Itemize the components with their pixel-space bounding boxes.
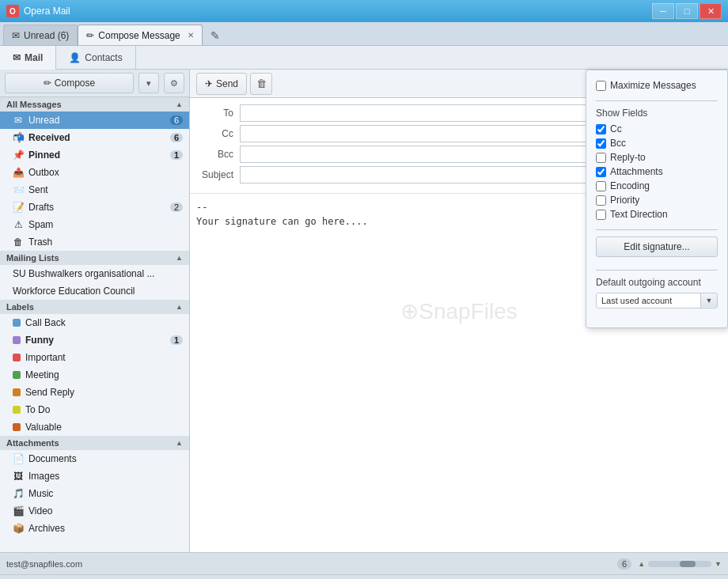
sidebar-item-images[interactable]: 🖼 Images	[0, 467, 189, 485]
trash-icon: 🗑	[256, 78, 267, 89]
video-icon: 🎬	[13, 505, 24, 517]
valuable-dot	[13, 423, 21, 431]
pinned-icon: 📌	[13, 149, 24, 161]
maximize-messages-row: Maximize Messages	[596, 80, 718, 91]
received-label: Received	[28, 132, 70, 143]
sidebar-item-unread[interactable]: ✉ Unread 6	[0, 112, 189, 129]
spam-label: Spam	[28, 219, 53, 230]
send-button[interactable]: ✈ Send	[196, 73, 247, 95]
sidebar-item-received[interactable]: 📬 Received 6	[0, 129, 189, 146]
compose-tab-icon: ✏	[86, 30, 94, 41]
funny-dot	[13, 336, 21, 344]
account-dropdown-arrow[interactable]: ▼	[701, 294, 717, 307]
delete-button[interactable]: 🗑	[250, 73, 272, 95]
unread-label: Unread	[28, 115, 59, 126]
sidebar-item-meeting[interactable]: Meeting	[0, 366, 189, 384]
workforce-label: Workforce Education Council	[13, 286, 135, 297]
popup-panel: Maximize Messages Show Fields Cc Bcc Rep…	[586, 70, 728, 328]
account-dropdown-value: Last used account	[597, 293, 701, 308]
sidebar-item-music[interactable]: 🎵 Music	[0, 485, 189, 502]
section-attachments[interactable]: Attachments ▲	[0, 436, 189, 450]
scroll-track[interactable]	[648, 561, 711, 567]
funny-label: Funny	[25, 335, 54, 346]
tab-close-button[interactable]: ✕	[188, 31, 194, 40]
sidebar-item-trash[interactable]: 🗑 Trash	[0, 233, 189, 251]
section-mailing-lists[interactable]: Mailing Lists ▲	[0, 251, 189, 265]
compose-wrapper: ✈ Send 🗑 Aa Aa ⚙	[190, 70, 728, 552]
sidebar-item-funny[interactable]: Funny 1	[0, 331, 189, 349]
field-replyto-label: Reply-to	[610, 152, 646, 163]
field-priority-label: Priority	[610, 195, 639, 206]
new-tab-button[interactable]: ✎	[206, 26, 225, 45]
edit-signature-label: Edit signature...	[624, 241, 689, 252]
maximize-messages-checkbox[interactable]	[596, 81, 606, 91]
account-dropdown[interactable]: Last used account ▼	[596, 293, 718, 308]
meeting-dot	[13, 371, 21, 379]
field-attachments-checkbox[interactable]	[596, 167, 606, 177]
sidebar-settings-button[interactable]: ⚙	[164, 73, 184, 93]
nav-tab-contacts[interactable]: 👤 Contacts	[56, 46, 135, 70]
unread-tab-label: Unread (6)	[24, 30, 69, 41]
sidebar-item-valuable[interactable]: Valuable	[0, 418, 189, 436]
field-encoding-label: Encoding	[610, 180, 650, 191]
sidebar-item-sendreply[interactable]: Send Reply	[0, 384, 189, 401]
field-textdir-checkbox[interactable]	[596, 210, 606, 220]
sidebar-item-important[interactable]: Important	[0, 349, 189, 366]
sidebar-item-video[interactable]: 🎬 Video	[0, 502, 189, 520]
sidebar-item-workforce[interactable]: Workforce Education Council	[0, 282, 189, 300]
important-label: Important	[25, 352, 66, 363]
status-count: 6	[617, 558, 631, 570]
edit-signature-button[interactable]: Edit signature...	[596, 237, 718, 257]
tab-compose[interactable]: ✏ Compose Message ✕	[78, 25, 202, 45]
field-replyto-checkbox[interactable]	[596, 153, 606, 163]
sidebar-item-documents[interactable]: 📄 Documents	[0, 450, 189, 467]
field-attachments-row: Attachments	[596, 166, 718, 177]
archives-icon: 📦	[13, 523, 24, 534]
labels-arrow: ▲	[176, 303, 183, 311]
popup-divider-3	[596, 270, 718, 271]
field-bcc-label: Bcc	[610, 138, 626, 149]
field-encoding-checkbox[interactable]	[596, 181, 606, 191]
section-all-messages-label: All Messages	[6, 100, 62, 109]
sidebar-item-bushwalkers[interactable]: SU Bushwalkers organisational ...	[0, 265, 189, 282]
section-all-messages[interactable]: All Messages ▲	[0, 97, 189, 112]
sidebar-item-spam[interactable]: ⚠ Spam	[0, 216, 189, 233]
field-priority-checkbox[interactable]	[596, 195, 606, 206]
sidebar-item-callback[interactable]: Call Back	[0, 314, 189, 331]
documents-icon: 📄	[13, 453, 24, 464]
show-fields-title: Show Fields	[596, 108, 718, 119]
sidebar-item-outbox[interactable]: 📤 Outbox	[0, 164, 189, 181]
field-cc-checkbox[interactable]	[596, 124, 606, 134]
unread-count: 6	[170, 115, 183, 125]
todo-dot	[13, 406, 21, 414]
funny-count: 1	[170, 335, 183, 345]
sidebar-item-todo[interactable]: To Do	[0, 401, 189, 418]
field-bcc-row: Bcc	[596, 138, 718, 149]
sidebar-toolbar: ✏ Compose ▾ ⚙	[0, 70, 189, 97]
sidebar-item-archives[interactable]: 📦 Archives	[0, 520, 189, 537]
nav-tab-mail[interactable]: ✉ Mail	[0, 46, 56, 70]
default-account-label: Default outgoing account	[596, 277, 718, 288]
sent-label: Sent	[28, 184, 48, 195]
scroll-up-button[interactable]: ▲	[638, 560, 645, 568]
status-scroll: ▲ ▼	[638, 560, 722, 568]
settings-bar: ⚙ Settings	[0, 574, 728, 579]
unread-tab-icon: ✉	[12, 30, 20, 41]
sidebar-item-drafts[interactable]: 📝 Drafts 2	[0, 199, 189, 216]
field-textdir-row: Text Direction	[596, 209, 718, 220]
sidebar-nav-button[interactable]: ▾	[138, 73, 159, 93]
tab-unread[interactable]: ✉ Unread (6)	[3, 25, 78, 45]
compose-tab-label: Compose Message	[98, 30, 180, 41]
status-bar: test@snapfiles.com 6 ▲ ▼	[0, 552, 728, 574]
minimize-button[interactable]: ─	[652, 3, 674, 19]
close-button[interactable]: ✕	[700, 3, 722, 19]
sendreply-dot	[13, 388, 21, 396]
scroll-down-button[interactable]: ▼	[715, 560, 722, 568]
sidebar-item-pinned[interactable]: 📌 Pinned 1	[0, 146, 189, 164]
section-labels[interactable]: Labels ▲	[0, 300, 189, 314]
field-bcc-checkbox[interactable]	[596, 138, 606, 149]
compose-button[interactable]: ✏ Compose	[5, 73, 134, 93]
maximize-button[interactable]: □	[676, 3, 698, 19]
send-icon: ✈	[205, 78, 213, 89]
sidebar-item-sent[interactable]: 📨 Sent	[0, 181, 189, 199]
